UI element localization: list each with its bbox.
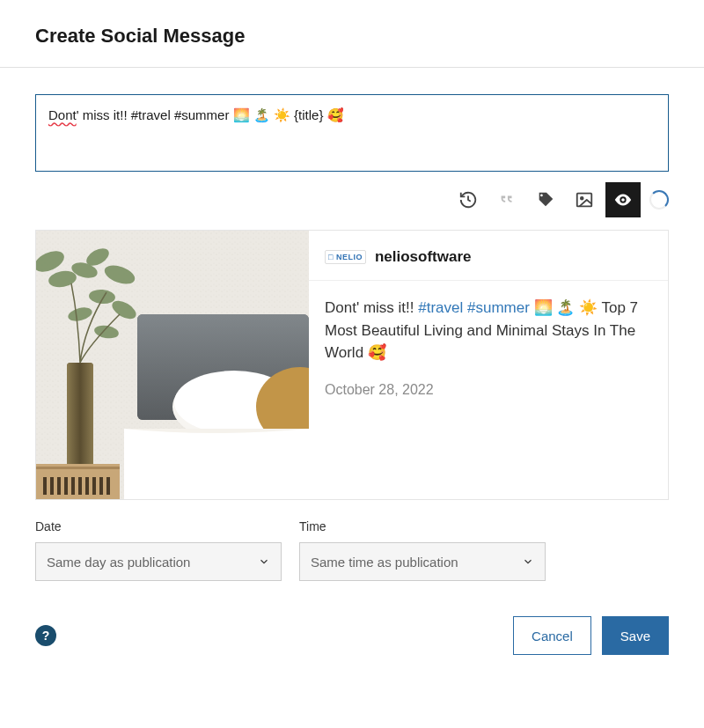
svg-rect-17: [64, 477, 68, 495]
save-button[interactable]: Save: [602, 616, 669, 655]
brand-logo: □ NELIO: [325, 250, 366, 264]
dialog-header: Create Social Message: [0, 0, 704, 68]
chevron-down-icon: [258, 555, 270, 568]
svg-rect-0: [577, 194, 592, 207]
preview-body: □ NELIO neliosoftware Dont' miss it!! #t…: [309, 231, 668, 499]
footer-actions: Cancel Save: [513, 616, 669, 655]
date-label: Date: [35, 519, 282, 533]
image-button[interactable]: [567, 182, 602, 217]
date-column: Date Same day as publication: [35, 519, 282, 581]
svg-rect-16: [57, 477, 61, 495]
time-select[interactable]: Same time as publication: [299, 542, 546, 581]
preview-date: October 28, 2022: [309, 370, 668, 410]
image-icon: [575, 190, 594, 210]
svg-rect-15: [50, 477, 54, 495]
cancel-button[interactable]: Cancel: [513, 616, 591, 655]
preview-image: [36, 231, 309, 499]
preview-button[interactable]: [605, 182, 641, 217]
time-column: Time Same time as publication: [299, 519, 563, 581]
svg-rect-22: [99, 477, 103, 495]
message-toolbar: [35, 182, 669, 217]
preview-header: □ NELIO neliosoftware: [309, 231, 668, 281]
brand-name: neliosoftware: [375, 248, 472, 266]
tag-icon: [536, 190, 555, 210]
preview-message: Dont' miss it!! #travel #summer 🌅 🏝️ ☀️ …: [309, 281, 668, 370]
tag-button[interactable]: [528, 182, 563, 217]
eye-icon: [613, 190, 633, 210]
svg-point-1: [581, 197, 583, 200]
quote-button[interactable]: [489, 182, 524, 217]
dialog-content: Dont' miss it!! #travel #summer 🌅 🏝️ ☀️ …: [0, 68, 704, 673]
time-label: Time: [299, 519, 563, 533]
message-textarea[interactable]: Dont' miss it!! #travel #summer 🌅 🏝️ ☀️ …: [35, 94, 669, 172]
page-title: Create Social Message: [35, 25, 669, 48]
dialog-footer: ? Cancel Save: [35, 616, 669, 655]
social-preview-card: □ NELIO neliosoftware Dont' miss it!! #t…: [35, 230, 669, 500]
date-select[interactable]: Same day as publication: [35, 542, 282, 581]
svg-rect-18: [71, 477, 75, 495]
help-button[interactable]: ?: [35, 625, 56, 646]
datetime-row: Date Same day as publication Time Same t…: [35, 519, 669, 581]
history-icon: [458, 190, 478, 210]
svg-rect-19: [78, 477, 82, 495]
svg-rect-14: [43, 477, 47, 495]
history-button[interactable]: [451, 182, 486, 217]
svg-rect-13: [36, 467, 120, 469]
svg-rect-20: [85, 477, 89, 495]
chevron-down-icon: [522, 555, 534, 568]
svg-rect-23: [106, 477, 110, 495]
svg-rect-11: [67, 363, 93, 468]
loading-spinner-icon: [649, 190, 669, 210]
svg-rect-21: [92, 477, 96, 495]
quote-icon: [497, 190, 517, 210]
